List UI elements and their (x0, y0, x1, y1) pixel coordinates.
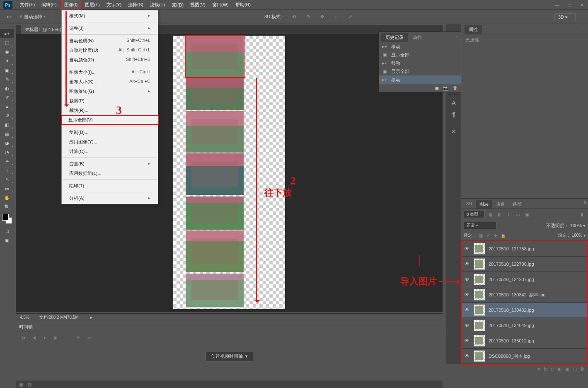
layer-row[interactable]: 👁20170510_130402.jpg (462, 303, 587, 318)
filter-type-select[interactable]: ρ 类型 ÷ (464, 211, 485, 218)
filter-shape-icon[interactable]: ▭ (515, 211, 521, 217)
menu-select[interactable]: 选择(S) (125, 0, 147, 10)
3d-orbit-icon[interactable]: ⟲ (288, 12, 299, 22)
eyedropper-tool[interactable]: ✎ (0, 75, 14, 84)
3d-tab[interactable]: 3D (463, 200, 475, 209)
workspace-select[interactable]: 3D ▾ (554, 13, 576, 21)
menu-file[interactable]: 文件(F) (17, 0, 38, 10)
mb-grid-icon[interactable]: ▦ (19, 382, 23, 387)
history-delete-icon[interactable]: 🗑 (453, 85, 457, 91)
menu-calculations[interactable]: 计算(C)... (62, 147, 158, 156)
delete-layer-icon[interactable]: 🗑 (580, 366, 585, 372)
layer-row[interactable]: 👁DSC02068_副本.jpg (462, 349, 587, 364)
gradient-tool[interactable]: ▦ (0, 129, 14, 138)
layer-thumbnail[interactable] (474, 320, 485, 331)
layer-name[interactable]: 20170510_122706.jpg (489, 262, 534, 267)
visibility-icon[interactable]: 👁 (465, 276, 470, 282)
move-tool-icon[interactable]: ▸+ (4, 12, 15, 22)
paths-tab[interactable]: 路径 (509, 200, 525, 209)
history-doc-icon[interactable]: ▣ (435, 85, 439, 91)
lock-position-icon[interactable]: ✥ (493, 233, 498, 238)
layer-thumbnail[interactable] (474, 289, 485, 301)
menu-image-rotation[interactable]: 图像旋转(G) (62, 87, 158, 96)
layer-thumbnail[interactable] (474, 335, 485, 347)
menu-trap[interactable]: 陷印(T)... (62, 181, 158, 191)
screen-mode-icon[interactable]: ▣ (0, 235, 14, 245)
layer-thumbnail[interactable] (474, 304, 485, 316)
minimize-icon[interactable]: — (551, 0, 563, 10)
layer-name[interactable]: DSC02068_副本.jpg (489, 353, 530, 359)
layer-thumbnail[interactable] (474, 350, 485, 362)
3d-scale-icon[interactable]: ⤢ (345, 12, 356, 22)
history-item[interactable]: ▸+移动 (379, 75, 461, 84)
visibility-icon[interactable]: 👁 (465, 261, 470, 267)
panel-menu-icon[interactable]: ≡ (582, 25, 585, 34)
eraser-tool[interactable]: ◧ (0, 120, 14, 129)
layer-thumbnail[interactable] (474, 243, 485, 255)
timeline-tab[interactable]: 时间轴 (16, 322, 443, 332)
auto-select-checkbox[interactable]: ☑自动选择： (18, 14, 47, 20)
menu-reveal-all[interactable]: 显示全部(V) (61, 115, 159, 125)
wand-tool[interactable]: ✦ (0, 56, 14, 65)
menu-trim[interactable]: 裁切(R)... (62, 106, 158, 115)
nav-icon[interactable]: ✕ (446, 126, 461, 137)
mb-layout-icon[interactable]: ▥ (28, 382, 31, 387)
history-item[interactable]: ▸+移动 (379, 42, 461, 51)
fx-icon[interactable]: fx (544, 366, 547, 372)
layer-row[interactable]: 👁20170510_122706.jpg (462, 257, 587, 272)
layer-name[interactable]: 20170510_130342_副本.jpg (489, 292, 546, 298)
menu-apply-dataset[interactable]: 应用数据组(L)... (62, 169, 158, 178)
layer-thumbnail[interactable] (474, 274, 485, 285)
visibility-icon[interactable]: 👁 (465, 307, 470, 313)
visibility-icon[interactable]: 👁 (465, 338, 470, 344)
dodge-tool[interactable]: ◔ (0, 148, 14, 157)
fill-value[interactable]: 100% (572, 233, 583, 238)
menu-edit[interactable]: 编辑(E) (38, 0, 60, 10)
menu-auto-tone[interactable]: 自动色调(N)Shift+Ctrl+L (62, 36, 158, 46)
menu-variables[interactable]: 变量(B) (62, 159, 158, 169)
layer-name[interactable]: 20170510_135012.jpg (489, 338, 534, 343)
menu-apply-image[interactable]: 应用图像(Y)... (62, 137, 158, 147)
3d-pan-icon[interactable]: ✥ (317, 12, 327, 22)
lasso-tool[interactable]: ◉ (0, 47, 14, 56)
healing-tool[interactable]: ◐ (0, 84, 14, 93)
opacity-value[interactable]: 100% (570, 223, 582, 228)
hand-tool[interactable]: ✋ (0, 193, 14, 202)
fg-color[interactable] (2, 214, 9, 221)
lock-brush-icon[interactable]: ✐ (485, 233, 491, 238)
layer-name[interactable]: 20170510_124207.jpg (489, 277, 534, 282)
marquee-tool[interactable]: ⬚ (0, 38, 14, 47)
close-icon[interactable]: ✕ (576, 0, 588, 10)
canvas-image-5[interactable] (186, 196, 244, 230)
history-snapshot-icon[interactable]: 📷 (443, 85, 449, 91)
filter-text-icon[interactable]: T (506, 211, 512, 217)
cut-icon[interactable]: ✂ (75, 335, 82, 340)
menu-image-size[interactable]: 图像大小(I)...Alt+Ctrl+I (62, 68, 158, 77)
menu-canvas-size[interactable]: 画布大小(S)...Alt+Ctrl+C (62, 77, 158, 87)
menu-view[interactable]: 视图(V) (187, 0, 209, 10)
filter-pixel-icon[interactable]: ▦ (487, 211, 494, 217)
menu-duplicate[interactable]: 复制(D)... (62, 128, 158, 137)
menu-auto-contrast[interactable]: 自动对比度(U)Alt+Shift+Ctrl+L (62, 46, 158, 55)
brush-tool[interactable]: ✐ (0, 93, 14, 102)
menu-auto-color[interactable]: 自动颜色(O)Shift+Ctrl+B (62, 55, 158, 65)
layers-tab[interactable]: 图层 (476, 200, 492, 209)
history-brush-tool[interactable]: ↺ (0, 111, 14, 120)
channels-tab[interactable]: 通道 (493, 200, 508, 209)
type-tool[interactable]: T (0, 166, 14, 175)
create-timeline-button[interactable]: 创建视频时间轴▾ (206, 351, 253, 361)
visibility-icon[interactable]: 👁 (465, 292, 470, 298)
zoom-level[interactable]: 4.5% (20, 315, 29, 320)
quick-mask-icon[interactable]: ◻ (0, 226, 14, 235)
menu-crop[interactable]: 裁剪(P) (62, 96, 158, 106)
filter-smart-icon[interactable]: ▣ (524, 211, 530, 217)
menu-adjustments[interactable]: 调整(J) (62, 24, 158, 33)
blend-mode-select[interactable]: 正常 ÷ (464, 222, 497, 229)
mask-icon[interactable]: ◻ (551, 366, 554, 372)
link-icon[interactable]: ⬘ (537, 366, 540, 372)
layer-name[interactable]: 20170510_130402.jpg (489, 308, 534, 313)
3d-slide-icon[interactable]: ↔ (331, 12, 341, 22)
history-tab[interactable]: 历史记录 (381, 33, 408, 42)
menu-image[interactable]: 图像(I) (60, 0, 82, 10)
menu-type[interactable]: 文字(Y) (103, 0, 125, 10)
